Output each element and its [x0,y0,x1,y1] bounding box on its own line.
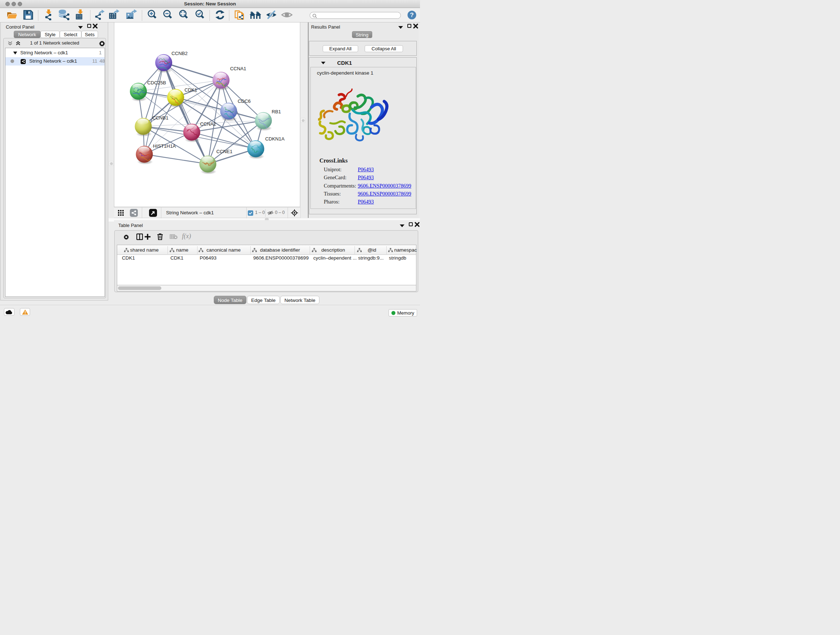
svg-text:CCNB1: CCNB1 [152,115,169,120]
svg-text:RB1: RB1 [272,109,281,114]
svg-text:HIST1H1A: HIST1H1A [153,143,176,149]
svg-text:CCNA1: CCNA1 [230,66,246,71]
svg-text:CDK1: CDK1 [185,87,197,93]
svg-text:CCNA2: CCNA2 [200,121,216,127]
svg-text:CDC25B: CDC25B [147,80,166,86]
svg-text:CCNB2: CCNB2 [172,51,188,56]
svg-text:?: ? [410,11,414,19]
svg-text:CDKN1A: CDKN1A [265,136,285,141]
svg-text:CDC6: CDC6 [238,98,251,104]
svg-text:CCNE1: CCNE1 [216,149,233,154]
